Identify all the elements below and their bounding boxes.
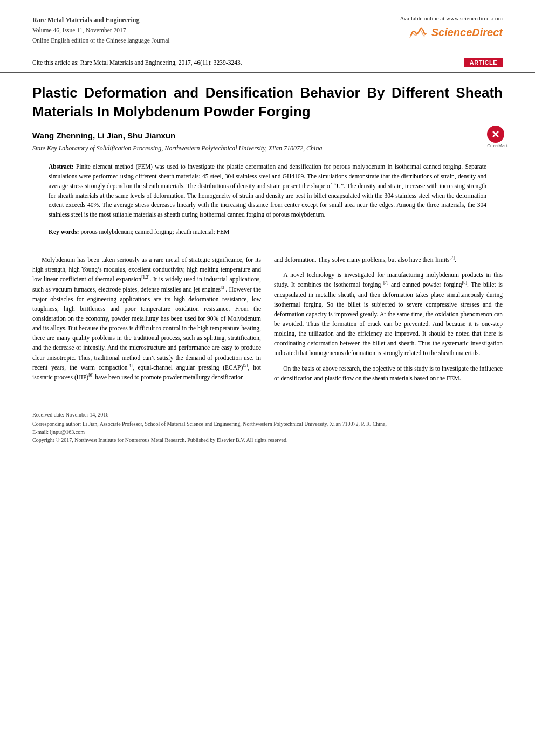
- page: Rare Metal Materials and Engineering Vol…: [0, 0, 535, 756]
- abstract-label: Abstract:: [49, 163, 74, 170]
- body-col2-p1: and deformation. They solve many problem…: [274, 255, 503, 265]
- crossmark-svg: [490, 128, 502, 140]
- volume-info: Volume 46, Issue 11, November 2017: [32, 25, 170, 35]
- body-col2-p3: On the basis of above research, the obje…: [274, 364, 503, 383]
- article-title: Plastic Deformation and Densification Be…: [32, 84, 503, 121]
- affiliation: State Key Laboratory of Solidification P…: [32, 144, 503, 152]
- header-right: Available online at www.sciencedirect.co…: [400, 15, 503, 40]
- article-badge: ARTICLE: [464, 58, 503, 67]
- crossmark-icon: [487, 126, 504, 143]
- edition-info: Online English edition of the Chinese la…: [32, 36, 170, 45]
- available-text: Available online at www.sciencedirect.co…: [400, 15, 503, 22]
- main-content: Plastic Deformation and Densification Be…: [0, 73, 535, 399]
- authors: Wang Zhenning, Li Jian, Shu Jianxun: [32, 131, 503, 140]
- citation-bar: Cite this article as: Rare Metal Materia…: [0, 53, 535, 73]
- body-col1-p1: Molybdenum has been taken seriously as a…: [32, 255, 261, 382]
- citation-text: Cite this article as: Rare Metal Materia…: [32, 59, 242, 66]
- title-section: Plastic Deformation and Densification Be…: [32, 84, 503, 121]
- keywords-label: Key words:: [49, 228, 79, 235]
- crossmark-label: CrossMark: [487, 143, 508, 148]
- copyright: Copyright © 2017, Northwest Institute fo…: [32, 436, 503, 444]
- sd-text: ScienceDirect: [431, 26, 503, 39]
- crossmark: CrossMark: [487, 126, 508, 148]
- body-columns: Molybdenum has been taken seriously as a…: [32, 255, 503, 389]
- received-date: Received date: November 14, 2016: [32, 411, 503, 419]
- keywords-section: Key words: porous molybdenum; canned for…: [49, 228, 486, 235]
- body-col2-p2: A novel technology is investigated for m…: [274, 270, 503, 358]
- body-col2: and deformation. They solve many problem…: [274, 255, 503, 389]
- abstract-section: Abstract: Finite element method (FEM) wa…: [49, 162, 486, 220]
- footer-section: Received date: November 14, 2016 Corresp…: [0, 405, 535, 455]
- keywords-text: porous molybdenum; canned forging; sheat…: [79, 228, 230, 235]
- sd-wave-icon: [409, 25, 428, 40]
- abstract-text: Finite element method (FEM) was used to …: [49, 163, 486, 218]
- corresponding-author: Corresponding author: Li Jian, Associate…: [32, 420, 503, 428]
- email: E-mail: ljnpu@163.com: [32, 428, 503, 436]
- section-divider: [32, 245, 503, 245]
- header-left: Rare Metal Materials and Engineering Vol…: [32, 15, 170, 45]
- header: Rare Metal Materials and Engineering Vol…: [0, 0, 535, 53]
- sciencedirect-logo: ScienceDirect: [409, 25, 503, 40]
- journal-title: Rare Metal Materials and Engineering: [32, 15, 170, 25]
- body-col1: Molybdenum has been taken seriously as a…: [32, 255, 261, 389]
